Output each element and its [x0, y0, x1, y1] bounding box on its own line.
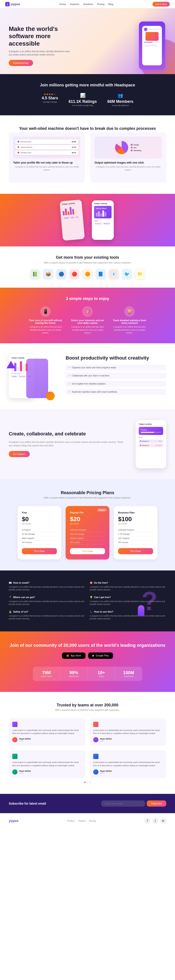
step-3: 🏆 Track detailed statistics from every m… — [112, 306, 147, 334]
boost-feature-1: ✓ Organize your tasks and track progress… — [66, 364, 166, 371]
steps-section: 3 simple steps to enjoy 📱 Take care of y… — [0, 288, 175, 343]
nav-solutions[interactable]: Solutions — [83, 3, 93, 5]
integration-hubspot[interactable]: 🟠 — [83, 269, 92, 279]
footer-link-product[interactable]: Product — [67, 820, 74, 822]
nav-features[interactable]: Features — [70, 3, 79, 5]
boost-text-block: Boost productivity without creativity ✓ … — [66, 355, 166, 397]
appstore-button[interactable]: 🍎 App Store — [62, 652, 86, 659]
faq-question-5: 🔒 Safety of us? — [9, 610, 85, 613]
author-name-1: Ryan Striher — [19, 738, 31, 740]
step-3-title: Track detailed statistics from every mom… — [112, 319, 147, 324]
hero-text-block: Make the world's software more accessibl… — [9, 25, 70, 66]
feature-card-output: Design Dev Marketing Output optimized im… — [90, 132, 166, 183]
hero-section: Make the world's software more accessibl… — [0, 8, 175, 74]
faq-icon-5: 🔒 — [9, 610, 12, 613]
comm-stat-value-users: 79M — [36, 670, 57, 675]
testimonials-grid: Lorem ipsum is a placeholder text common… — [9, 718, 166, 778]
dot-2[interactable] — [87, 781, 88, 783]
hero-cta-button[interactable]: Download App — [9, 60, 33, 66]
stat-label-ratings: 4.8 on both Google Play — [68, 104, 97, 107]
integrations-icons-row: 📗 📦 🔵 🔴 🟠 📘 📧 🐦 📁 — [9, 269, 166, 279]
footer-logo[interactable]: yippee — [9, 819, 18, 822]
plan-cta-business[interactable]: Try it Now — [118, 548, 153, 554]
plan-cta-popular[interactable]: Try it Now — [70, 548, 105, 554]
author-avatar-2 — [93, 737, 98, 742]
comm-stat-value-years: 10+ — [91, 670, 111, 675]
activity-chart — [62, 205, 80, 215]
step-1-title: Take care of yourself without leaving th… — [28, 319, 63, 324]
feature-title-profile: Tailor your profile We not only cater to… — [13, 161, 80, 164]
feature-img-profile: Beverly Davis 52.9k Sarah Johnson 47.2k — [13, 137, 80, 159]
nav-cta-button[interactable]: Get it Now — [153, 2, 170, 6]
plan-feature-pop-2: 100 GB Storage — [70, 532, 105, 536]
feature-desc-profile: A program is an artifice that has been c… — [13, 165, 80, 172]
social-linkedin-icon[interactable]: in — [160, 818, 166, 824]
subscribe-email-input[interactable] — [101, 800, 145, 807]
nav-pricing[interactable]: Pricing — [97, 3, 104, 5]
footer-link-feature[interactable]: Feature — [78, 820, 85, 822]
subscribe-button[interactable]: Subscribe — [147, 800, 166, 807]
plan-name-business: Business Plan — [118, 511, 153, 514]
boost-section: Today's activity Recent Tasks Design Res… — [0, 343, 175, 409]
stat-ratings: 📊 611.1K Ratings 4.8 on both Google Play — [68, 93, 97, 107]
author-avatar-4 — [93, 769, 98, 775]
integration-sheets[interactable]: 📗 — [30, 269, 40, 279]
testimonial-logo-2 — [93, 722, 98, 727]
dot-3[interactable] — [90, 781, 91, 783]
integration-gmail[interactable]: 📧 — [109, 269, 118, 279]
comm-stat-label-users: Active Users — [36, 675, 57, 678]
stat-label-members: Across all platforms — [107, 104, 134, 107]
price-amount-popular: $20 — [70, 515, 105, 523]
social-twitter-icon[interactable]: t — [152, 818, 158, 824]
create-phone-header: Today's activity — [139, 423, 163, 425]
activity-phone-main-header: Today's activity — [94, 202, 112, 205]
plan-features-popular: Unlimited Projects 100 GB Storage Priori… — [70, 528, 105, 544]
create-cta-button[interactable]: Get Started — [9, 451, 30, 457]
price-period-business: per month — [118, 523, 153, 525]
step-3-icon: 🏆 — [124, 306, 135, 317]
plan-cta-free[interactable]: Try it Now — [22, 548, 57, 554]
plan-feature-biz-3: 24/7 Support — [118, 536, 153, 541]
activity-phone-back-header: Today's activity — [62, 202, 79, 205]
social-facebook-icon[interactable]: f — [144, 818, 150, 824]
googleplay-label: Google Play — [96, 654, 109, 657]
integration-wordpress[interactable]: 🔵 — [57, 269, 66, 279]
features-section: Your well-oiled machine doesn't have to … — [0, 115, 175, 194]
faq-icon-1: 📧 — [9, 581, 12, 584]
nav-home[interactable]: Home — [60, 3, 66, 5]
feature-title-output: Output optimized images with one click — [95, 161, 162, 164]
testimonial-4: Lorem ipsum is a placeholder text common… — [90, 750, 166, 778]
plan-name-free: Free — [22, 511, 57, 514]
footer-link-pricing[interactable]: Pricing — [89, 820, 96, 822]
boost-feature-text-3: Get insights from detailed analytics — [72, 383, 106, 385]
testimonial-3: Lorem ipsum is a placeholder text common… — [9, 750, 85, 778]
appstore-label: App Store — [71, 654, 81, 657]
check-icon-1: ✓ — [68, 366, 70, 369]
nav-blog[interactable]: Blog — [108, 3, 113, 5]
logo[interactable]: y yippee — [5, 2, 20, 6]
testimonial-logo-1 — [12, 722, 17, 727]
integration-elementor[interactable]: 🔴 — [69, 269, 79, 279]
googleplay-button[interactable]: ▶ Google Play — [88, 652, 113, 659]
integrations-heading: Get more from your existing tools — [9, 255, 166, 260]
popular-badge: Popular — [97, 509, 107, 511]
steps-heading: 3 simple steps to enjoy — [9, 296, 166, 301]
step-3-desc: A program is an artifice that has been c… — [112, 326, 147, 334]
integration-twitter[interactable]: 🐦 — [122, 269, 132, 279]
trusted-section: Trusted by teams at over 200,000 With a … — [0, 692, 175, 794]
logo-text: yippee — [11, 2, 20, 6]
faq-icon-6: 📞 — [90, 610, 93, 613]
integrations-description: With a massive library of powerful 5-sta… — [9, 262, 166, 264]
faq-inner: 📧 How to email? A program is an artifice… — [9, 581, 166, 620]
testimonial-logo-4 — [93, 754, 98, 759]
step-2: 🎯 Select your interests and set your dai… — [70, 306, 105, 334]
features-heading: Your well-oiled machine doesn't have to … — [9, 126, 166, 131]
integrations-section: Get more from your existing tools With a… — [0, 247, 175, 288]
integration-dropbox[interactable]: 📦 — [43, 269, 53, 279]
dot-1[interactable] — [84, 781, 85, 783]
activity-phone-back: Today's activity Design Dev UI — [60, 199, 85, 241]
subscribe-section: Subscribe for latest email Subscribe — [0, 794, 175, 813]
integration-facebook[interactable]: 📘 — [96, 269, 106, 279]
integration-drive[interactable]: 📁 — [135, 269, 145, 279]
faq-section: 📧 How to email? A program is an artifice… — [0, 570, 175, 632]
